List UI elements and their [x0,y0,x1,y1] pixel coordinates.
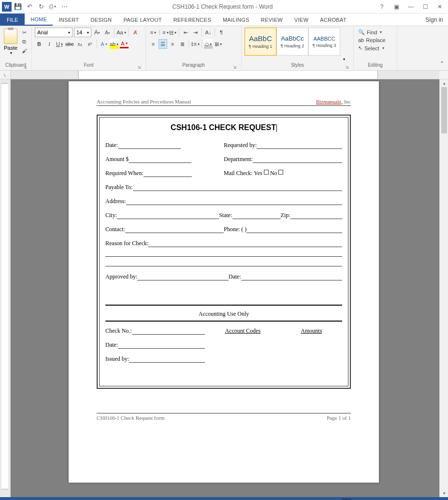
amounts-header: Amounts [301,327,322,335]
subscript-button[interactable]: x₂ [75,39,84,49]
document-area: Accounting Policies and Procedures Manua… [0,79,448,497]
account-codes-header: Account Codes [225,327,260,335]
ruler-horizontal[interactable]: L [0,71,448,79]
quick-print-icon[interactable]: ⎙▾ [47,1,58,12]
tab-design[interactable]: DESIGN [85,14,117,26]
numbering-icon[interactable]: ⋮≡▾ [159,28,167,37]
text-effects-icon[interactable]: A▾ [100,39,108,49]
word-app-icon: W [2,2,12,12]
styles-more-icon[interactable]: ▾ [340,28,347,62]
group-clipboard: Paste ▾ ✂ ⧉ 🖌 Clipboard⇲ [0,26,32,70]
group-label: Editing [368,62,383,68]
no-checkbox [278,170,283,175]
group-font: Arial▾ 14▾ A▴ A▾ Aa▾ A̸ B I U▾ abc x₂ x² [32,26,146,70]
copy-icon[interactable]: ⧉ [20,38,29,45]
redo-icon[interactable]: ↻ [36,1,46,12]
minimize-icon[interactable]: — [405,1,417,12]
group-label: Styles [291,62,304,68]
select-icon: ↖ [358,45,362,51]
highlight-icon[interactable]: ab▾ [110,39,118,49]
grow-font-icon[interactable]: A▴ [93,28,101,37]
superscript-button[interactable]: x² [86,39,94,49]
decrease-indent-icon[interactable]: ⇤ [181,28,190,37]
ribbon: Paste ▾ ✂ ⧉ 🖌 Clipboard⇲ Arial▾ 14▾ A▴ A… [0,26,448,71]
bullets-icon[interactable]: ≡▾ [149,28,158,37]
format-painter-icon[interactable]: 🖌 [20,47,29,55]
group-styles: AaBbC ¶ Heading 1 AaBbCc ¶ Heading 2 AAB… [242,26,354,70]
sort-icon[interactable]: A↓ [204,28,213,37]
paste-icon [4,29,17,44]
align-center-icon[interactable]: ☰ [159,39,167,49]
scroll-up-icon[interactable]: ▴ [440,79,448,87]
ruler-vertical[interactable] [0,79,11,497]
show-hide-icon[interactable]: ¶ [217,28,226,37]
document-canvas[interactable]: Accounting Policies and Procedures Manua… [11,79,439,497]
style-heading-3[interactable]: AABBCC ¶ Heading 3 [308,28,340,56]
qat-customize-icon[interactable]: ⋯ [59,1,70,12]
ribbon-display-icon[interactable]: ▣ [390,1,403,12]
borders-icon[interactable]: ⊞▾ [214,39,222,49]
save-icon[interactable]: 💾 [13,1,23,12]
find-icon: 🔍 [358,29,365,35]
tab-pagelayout[interactable]: PAGE LAYOUT [117,14,167,26]
dialog-launcher-icon[interactable]: ⇲ [23,65,28,70]
tab-insert[interactable]: INSERT [53,14,85,26]
increase-indent-icon[interactable]: ⇥ [191,28,200,37]
dialog-launcher-icon[interactable]: ⇲ [137,65,142,70]
change-case-icon[interactable]: Aa▾ [117,28,126,37]
style-heading-2[interactable]: AaBbCc ¶ Heading 2 [276,28,308,56]
collapse-ribbon-icon[interactable]: ⌃ [437,59,446,68]
paste-button[interactable]: Paste ▾ [3,28,18,62]
justify-icon[interactable]: ≣ [178,39,187,49]
sign-in-link[interactable]: Sign in [420,14,448,26]
page[interactable]: Accounting Policies and Procedures Manua… [69,81,379,483]
text-cursor [276,124,277,132]
replace-button[interactable]: abReplace [357,37,387,44]
style-heading-1[interactable]: AaBbC ¶ Heading 1 [245,28,276,56]
vertical-scrollbar[interactable]: ▴ ▾ [439,79,448,497]
underline-button[interactable]: U▾ [55,39,64,49]
find-button[interactable]: 🔍Find▾ [357,29,387,36]
font-color-icon[interactable]: A▾ [120,40,129,48]
close-icon[interactable]: ✕ [434,1,446,12]
strikethrough-button[interactable]: abc [65,39,74,49]
tab-home[interactable]: HOME [25,14,53,26]
help-icon[interactable]: ? [376,1,388,12]
window-title: CSH106-1 Check Request form - Word [70,3,376,10]
align-right-icon[interactable]: ≡ [168,39,177,49]
replace-icon: ab [358,37,364,43]
doc-header: Accounting Policies and Procedures Manua… [97,99,351,106]
statusbar: PAGE 1 OF 1 44 WORDS 📖 ▤ ▦ ▧ − + 80% [0,497,448,500]
bold-button[interactable]: B [35,39,43,49]
dialog-launcher-icon[interactable]: ⇲ [232,65,237,70]
font-name-combo[interactable]: Arial▾ [35,28,72,37]
italic-button[interactable]: I [45,39,54,49]
tab-review[interactable]: REVIEW [255,14,289,26]
dialog-launcher-icon[interactable]: ⇲ [345,65,349,70]
yes-checkbox [264,170,269,175]
clear-formatting-icon[interactable]: A̸ [131,28,140,37]
tab-mailings[interactable]: MAILINGS [217,14,255,26]
scroll-thumb[interactable] [441,87,447,133]
tab-file[interactable]: FILE [0,14,25,26]
line-spacing-icon[interactable]: ‡≡▾ [191,39,200,49]
undo-icon[interactable]: ↶ [24,1,35,12]
tab-acrobat[interactable]: ACROBAT [314,14,352,26]
multilevel-list-icon[interactable]: ⊟▾ [168,28,177,37]
shrink-font-icon[interactable]: A▾ [103,28,112,37]
maximize-icon[interactable]: ☐ [419,1,432,12]
ribbon-tabs: FILE HOME INSERT DESIGN PAGE LAYOUT REFE… [0,14,448,26]
group-label: Paragraph [182,62,205,68]
scroll-down-icon[interactable]: ▾ [440,489,448,497]
font-size-combo[interactable]: 14▾ [74,28,91,37]
select-button[interactable]: ↖Select▾ [357,44,387,52]
cut-icon[interactable]: ✂ [20,29,29,36]
ruler-corner[interactable]: L [0,71,11,79]
tab-view[interactable]: VIEW [289,14,314,26]
tab-references[interactable]: REFERENCES [168,14,217,26]
shading-icon[interactable]: ◇▾ [204,39,213,49]
group-paragraph: ≡▾ ⋮≡▾ ⊟▾ ⇤ ⇥ A↓ ¶ ≡ ☰ ≡ ≣ ‡ [146,26,242,70]
group-editing: 🔍Find▾ abReplace ↖Select▾ Editing [354,26,397,70]
group-label: Font [84,62,93,68]
align-left-icon[interactable]: ≡ [149,39,158,49]
